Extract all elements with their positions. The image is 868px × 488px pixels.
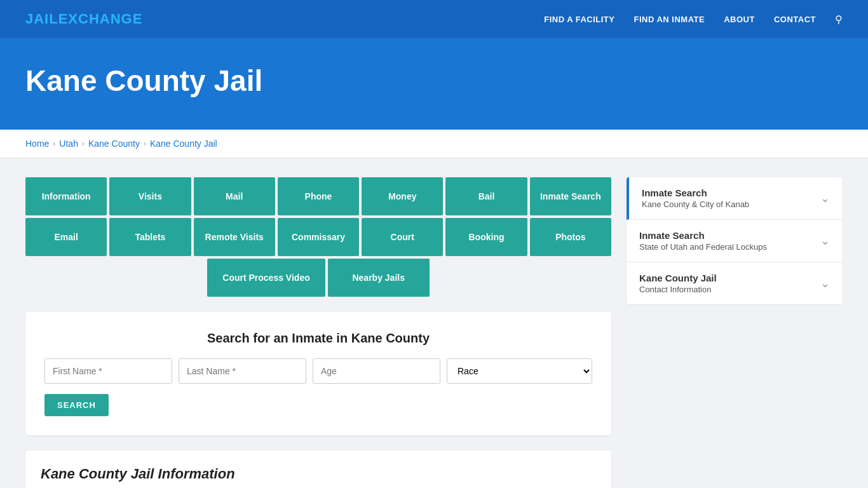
btn-mail[interactable]: Mail	[194, 177, 275, 215]
age-input[interactable]	[313, 358, 440, 384]
nav-about[interactable]: ABOUT	[724, 15, 755, 24]
btn-court-process-video[interactable]: Court Process Video	[207, 259, 325, 297]
sidebar-column: Inmate Search Kane County & City of Kana…	[627, 177, 843, 488]
sidebar-item-title-3: Kane County Jail	[639, 273, 717, 283]
page-title: Kane County Jail	[25, 64, 843, 98]
breadcrumb-kane-county[interactable]: Kane County	[88, 139, 140, 149]
logo-part2: EXCHANGE	[58, 11, 143, 27]
sidebar-item-subtitle-2: State of Utah and Federal Lockups	[639, 242, 767, 252]
breadcrumb-current: Kane County Jail	[150, 139, 217, 149]
sidebar-item-inmate-search-kane[interactable]: Inmate Search Kane County & City of Kana…	[627, 177, 843, 220]
btn-booking[interactable]: Booking	[445, 218, 527, 256]
main-column: Information Visits Mail Phone Money Bail…	[25, 177, 611, 488]
main-nav: FIND A FACILITY FIND AN INMATE ABOUT CON…	[544, 13, 843, 25]
nav-find-facility[interactable]: FIND A FACILITY	[544, 15, 614, 24]
sidebar-item-text-3: Kane County Jail Contact Information	[639, 273, 717, 294]
btn-remote-visits[interactable]: Remote Visits	[194, 218, 275, 256]
breadcrumb-sep-3: ›	[144, 139, 146, 148]
page-body: Information Visits Mail Phone Money Bail…	[0, 158, 868, 488]
sidebar-item-inmate-search-utah[interactable]: Inmate Search State of Utah and Federal …	[627, 220, 843, 262]
sidebar-card: Inmate Search Kane County & City of Kana…	[627, 177, 843, 304]
search-icon[interactable]: ⚲	[835, 13, 843, 25]
first-name-input[interactable]	[44, 358, 172, 384]
sidebar-item-subtitle-1: Kane County & City of Kanab	[642, 200, 749, 209]
sidebar-item-subtitle-3: Contact Information	[639, 285, 717, 294]
button-grid-row1: Information Visits Mail Phone Money Bail…	[25, 177, 611, 215]
breadcrumb: Home › Utah › Kane County › Kane County …	[0, 130, 868, 158]
search-title: Search for an Inmate in Kane County	[44, 331, 592, 346]
btn-photos[interactable]: Photos	[530, 218, 611, 256]
sidebar-item-title-2: Inmate Search	[639, 230, 767, 241]
btn-information[interactable]: Information	[25, 177, 107, 215]
hero-banner: Kane County Jail	[0, 38, 868, 130]
button-grid-row2: Email Tablets Remote Visits Commissary C…	[25, 218, 611, 256]
btn-money[interactable]: Money	[362, 177, 443, 215]
search-button[interactable]: SEARCH	[44, 394, 109, 416]
last-name-input[interactable]	[179, 358, 306, 384]
btn-tablets[interactable]: Tablets	[109, 218, 191, 256]
btn-commissary[interactable]: Commissary	[278, 218, 359, 256]
button-grid-row3: Court Process Video Nearby Jails	[25, 259, 611, 297]
breadcrumb-sep-1: ›	[53, 139, 55, 148]
logo-part1: JAIL	[25, 11, 58, 27]
btn-bail[interactable]: Bail	[445, 177, 527, 215]
btn-court[interactable]: Court	[362, 218, 443, 256]
chevron-down-icon-3: ⌄	[820, 276, 830, 290]
sidebar-item-contact-info[interactable]: Kane County Jail Contact Information ⌄	[627, 262, 843, 304]
nav-contact[interactable]: CONTACT	[774, 15, 816, 24]
breadcrumb-utah[interactable]: Utah	[59, 139, 78, 149]
sidebar-item-text-2: Inmate Search State of Utah and Federal …	[639, 230, 767, 252]
inmate-search-box: Search for an Inmate in Kane County Race…	[25, 312, 611, 435]
nav-find-inmate[interactable]: FIND AN INMATE	[634, 15, 705, 24]
btn-phone[interactable]: Phone	[278, 177, 359, 215]
sidebar-item-text-1: Inmate Search Kane County & City of Kana…	[642, 187, 749, 209]
race-select[interactable]: Race White Black Hispanic Asian Other	[447, 358, 592, 384]
btn-nearby-jails[interactable]: Nearby Jails	[328, 259, 430, 297]
info-title: Kane County Jail Information	[41, 466, 596, 482]
breadcrumb-home[interactable]: Home	[25, 139, 49, 149]
btn-email[interactable]: Email	[25, 218, 107, 256]
btn-inmate-search[interactable]: Inmate Search	[530, 177, 611, 215]
site-logo[interactable]: JAILEXCHANGE	[25, 11, 142, 27]
btn-visits[interactable]: Visits	[109, 177, 191, 215]
sidebar-item-title-1: Inmate Search	[642, 187, 749, 198]
breadcrumb-sep-2: ›	[82, 139, 85, 148]
chevron-down-icon-2: ⌄	[820, 234, 830, 248]
info-section: Kane County Jail Information	[25, 451, 611, 488]
chevron-down-icon-1: ⌄	[820, 191, 830, 205]
search-fields: Race White Black Hispanic Asian Other	[44, 358, 592, 384]
